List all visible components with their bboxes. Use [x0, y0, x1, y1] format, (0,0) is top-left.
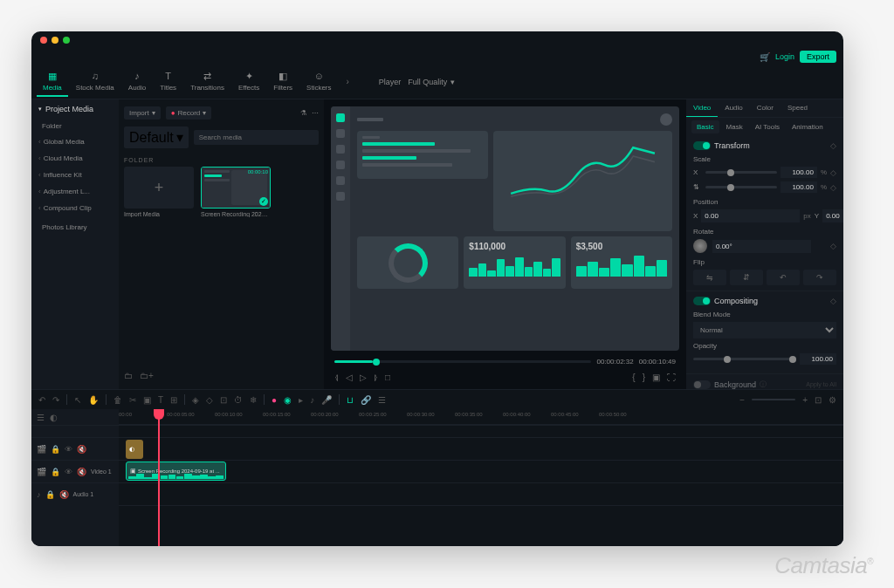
freeze-icon[interactable]: ❄	[250, 395, 257, 405]
record-dropdown[interactable]: ●Record▾	[166, 106, 212, 120]
hand-icon[interactable]: ✋	[88, 395, 99, 405]
rotate-input[interactable]	[712, 240, 811, 253]
layers-icon[interactable]: ☰	[378, 395, 386, 405]
opacity-input[interactable]	[800, 353, 836, 365]
scrub-head[interactable]	[373, 359, 380, 366]
opacity-slider[interactable]	[693, 358, 796, 360]
sidebar-cloud-media[interactable]: Cloud Media	[31, 150, 119, 167]
transform-toggle[interactable]	[693, 141, 711, 150]
compositing-toggle[interactable]	[693, 297, 711, 305]
toggle-icon[interactable]: ◐	[50, 413, 58, 422]
visibility-icon[interactable]: 👁	[65, 445, 72, 454]
audio-icon[interactable]: ♪	[37, 490, 41, 499]
play-tool-icon[interactable]: ▸	[299, 395, 303, 405]
quality-dropdown[interactable]: Full Quality▾	[408, 78, 455, 86]
undo-icon[interactable]: ↶	[38, 395, 45, 405]
keyframe-icon[interactable]: ◇	[830, 141, 836, 150]
tab-stock-media[interactable]: ♫Stock Media	[70, 66, 120, 97]
tab-filters[interactable]: ◧Filters	[267, 66, 299, 97]
redo-icon[interactable]: ↷	[52, 395, 59, 405]
project-media-header[interactable]: Project Media	[31, 99, 119, 119]
scale-y-input[interactable]	[781, 181, 817, 193]
import-dropdown[interactable]: Import▾	[124, 106, 161, 120]
visibility-icon[interactable]: 👁	[65, 468, 72, 476]
zoom-out-icon[interactable]: −	[739, 395, 745, 405]
new-folder-icon[interactable]: 🗀+	[140, 371, 154, 380]
prev-frame-icon[interactable]: ⦉	[334, 373, 339, 382]
tab-stickers[interactable]: ☺Stickers	[300, 66, 337, 97]
mute-icon[interactable]: 🔇	[77, 468, 86, 476]
timeline-body[interactable]: 00:00 00:00:05:00 00:00:10:00 00:00:15:0…	[119, 409, 843, 546]
zoom-slider[interactable]	[752, 399, 795, 400]
empty-track[interactable]	[119, 505, 843, 546]
flip-vertical-button[interactable]: ⇵	[730, 270, 763, 285]
settings-icon[interactable]: ⚙	[829, 395, 836, 405]
spacer-track[interactable]	[119, 425, 843, 437]
group-icon[interactable]: ⊞	[170, 395, 177, 405]
tracks-icon[interactable]: ☰	[37, 413, 45, 422]
text-icon[interactable]: T	[158, 395, 163, 405]
cart-icon[interactable]: 🛒	[760, 52, 770, 62]
tab-video[interactable]: Video	[686, 99, 718, 117]
delete-icon[interactable]: 🗑	[113, 395, 122, 405]
tab-transitions[interactable]: ⇄Transitions	[184, 66, 230, 97]
sidebar-adjustment-layer[interactable]: Adjustment L...	[31, 183, 119, 200]
tab-speed[interactable]: Speed	[781, 99, 815, 117]
apply-to-all-button[interactable]: Apply to All	[806, 381, 836, 387]
background-toggle[interactable]	[693, 380, 711, 389]
lock-icon[interactable]: 🔒	[45, 490, 55, 499]
rotate-dial[interactable]	[693, 239, 707, 253]
tab-effects[interactable]: ✦Effects	[232, 66, 265, 97]
preview-canvas[interactable]: $110,000 $3,500	[331, 106, 679, 351]
bracket-in-icon[interactable]: {	[632, 373, 635, 382]
keyframe-icon[interactable]: ◇	[830, 183, 836, 192]
photos-library[interactable]: Photos Library	[31, 220, 119, 235]
timeline-ruler[interactable]: 00:00 00:00:05:00 00:00:10:00 00:00:15:0…	[119, 409, 843, 425]
video-track-2[interactable]: ◐	[119, 437, 843, 460]
adjustment-clip[interactable]: ◐	[126, 440, 143, 459]
position-x-input[interactable]	[701, 209, 800, 222]
speed-tool-icon[interactable]: ⏱	[234, 395, 243, 405]
adjust-icon[interactable]: ⊡	[220, 395, 227, 405]
zoom-in-icon[interactable]: +	[802, 395, 808, 405]
cut-icon[interactable]: ✂	[129, 395, 136, 405]
next-frame-icon[interactable]: ⦊	[374, 373, 378, 382]
mute-icon[interactable]: 🔇	[59, 490, 69, 499]
sidebar-influence-kit[interactable]: Influence Kit	[31, 167, 119, 183]
keyframe-icon[interactable]: ◇	[830, 242, 836, 250]
video-clip[interactable]: ▣ Screen Recording 2024-09-19 at ...	[126, 462, 226, 481]
search-input[interactable]	[194, 130, 319, 145]
mic-icon[interactable]: 🎤	[321, 395, 332, 405]
play-icon[interactable]: ▷	[360, 373, 367, 382]
fit-icon[interactable]: ⊡	[815, 395, 822, 405]
blend-mode-select[interactable]: Normal	[693, 322, 836, 338]
link-tool-icon[interactable]: 🔗	[361, 395, 371, 405]
video-icon[interactable]: 🎬	[37, 468, 46, 476]
sidebar-compound-clip[interactable]: Compound Clip	[31, 200, 119, 216]
subtab-animation[interactable]: Animation	[787, 120, 829, 133]
video-icon[interactable]: 🎬	[37, 445, 46, 454]
play-back-icon[interactable]: ◁	[346, 373, 353, 382]
default-dropdown[interactable]: Default▾	[124, 126, 189, 148]
info-icon[interactable]: ⓘ	[760, 379, 767, 389]
scale-x-slider[interactable]	[705, 171, 777, 174]
close-dot[interactable]	[40, 37, 47, 44]
pointer-icon[interactable]: ↖	[74, 395, 81, 405]
folder-icon[interactable]: 🗀	[124, 371, 133, 380]
mute-icon[interactable]: 🔇	[77, 445, 86, 454]
flip-horizontal-button[interactable]: ⇋	[693, 270, 726, 285]
keyframe-icon[interactable]: ◇	[830, 168, 836, 177]
subtab-mask[interactable]: Mask	[721, 120, 748, 133]
scale-y-slider[interactable]	[705, 186, 777, 188]
lock-icon[interactable]: 🔒	[51, 445, 60, 454]
login-button[interactable]: Login	[775, 52, 794, 61]
export-button[interactable]: Export	[800, 51, 836, 63]
marker-icon[interactable]: ◈	[192, 395, 199, 405]
crop-tool-icon[interactable]: ▣	[143, 395, 151, 405]
keyframe-icon[interactable]: ◇	[830, 297, 836, 305]
more-icon[interactable]: ⋯	[312, 109, 319, 117]
sidebar-global-media[interactable]: Global Media	[31, 133, 119, 150]
video-track-1[interactable]: ▣ Screen Recording 2024-09-19 at ...	[119, 460, 843, 482]
minimize-dot[interactable]	[52, 37, 58, 44]
fullscreen-icon[interactable]: ⛶	[667, 373, 676, 382]
